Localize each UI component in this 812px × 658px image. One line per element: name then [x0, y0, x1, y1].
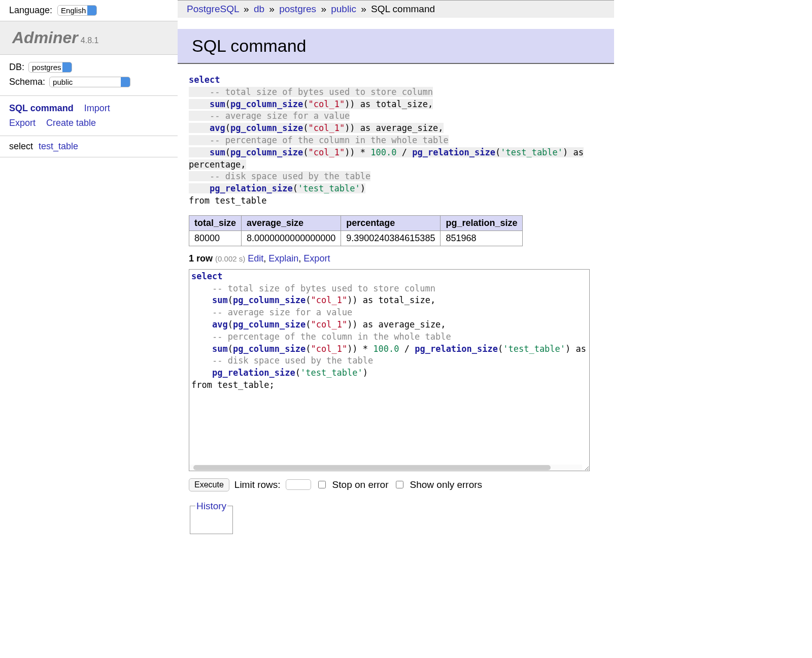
nav-import[interactable]: Import: [84, 103, 110, 113]
edit-link[interactable]: Edit: [248, 253, 263, 264]
nav-export[interactable]: Export: [9, 118, 36, 128]
row-count: 1 row: [189, 253, 213, 264]
execute-button[interactable]: Execute: [189, 478, 229, 491]
cell: 8.0000000000000000: [242, 231, 341, 246]
editor-scrollbar[interactable]: [189, 465, 582, 471]
col-header[interactable]: average_size: [242, 215, 341, 231]
col-header[interactable]: pg_relation_size: [441, 215, 523, 231]
col-header[interactable]: total_size: [189, 215, 242, 231]
app-version: 4.8.1: [81, 36, 99, 45]
crumb-db-name[interactable]: postgres: [279, 4, 316, 14]
history-fieldset: History: [190, 501, 233, 534]
table-select-link[interactable]: select: [9, 141, 33, 151]
schema-label: Schema:: [9, 77, 45, 87]
crumb-driver[interactable]: PostgreSQL: [187, 4, 239, 14]
breadcrumb: PostgreSQL » db » postgres » public » SQ…: [178, 1, 614, 18]
nav-create-table[interactable]: Create table: [46, 118, 96, 128]
crumb-current: SQL command: [371, 4, 435, 14]
show-only-errors-label: Show only errors: [410, 479, 483, 490]
col-header[interactable]: percentage: [341, 215, 441, 231]
cell: 851968: [441, 231, 523, 246]
table-row: 80000 8.0000000000000000 9.3900240384615…: [189, 231, 523, 246]
logo-box: Adminer 4.8.1: [0, 21, 178, 55]
table-list: select test_table: [0, 136, 178, 157]
db-select[interactable]: postgres: [28, 62, 72, 73]
row-count-line: 1 row (0.002 s) Edit, Explain, Export: [189, 253, 603, 264]
limit-rows-input[interactable]: [286, 479, 311, 490]
executed-query: select -- total size of bytes used to st…: [189, 74, 603, 207]
table-name-link[interactable]: test_table: [39, 141, 78, 151]
page-title: SQL command: [192, 36, 600, 56]
cell: 80000: [189, 231, 242, 246]
history-link[interactable]: History: [196, 501, 226, 511]
language-select[interactable]: English: [57, 5, 97, 16]
nav-sql-command[interactable]: SQL command: [9, 103, 74, 113]
result-table: total_size average_size percentage pg_re…: [189, 215, 523, 246]
cell: 9.3900240384615385: [341, 231, 441, 246]
db-label: DB:: [9, 62, 24, 73]
export-link[interactable]: Export: [303, 253, 330, 264]
stop-on-error-checkbox[interactable]: [318, 481, 326, 488]
query-time: (0.002 s): [215, 254, 245, 263]
schema-select[interactable]: public: [49, 77, 130, 87]
stop-on-error-label: Stop on error: [332, 479, 389, 490]
app-title: Adminer: [12, 28, 78, 47]
language-label: Language:: [9, 5, 52, 16]
sql-editor[interactable]: select -- total size of bytes used to st…: [189, 269, 590, 471]
crumb-schema[interactable]: public: [331, 4, 356, 14]
limit-rows-label: Limit rows:: [234, 479, 281, 490]
crumb-db-label[interactable]: db: [254, 4, 264, 14]
nav-links: SQL command Import Export Create table: [0, 95, 178, 136]
explain-link[interactable]: Explain: [268, 253, 298, 264]
show-only-errors-checkbox[interactable]: [396, 481, 403, 488]
